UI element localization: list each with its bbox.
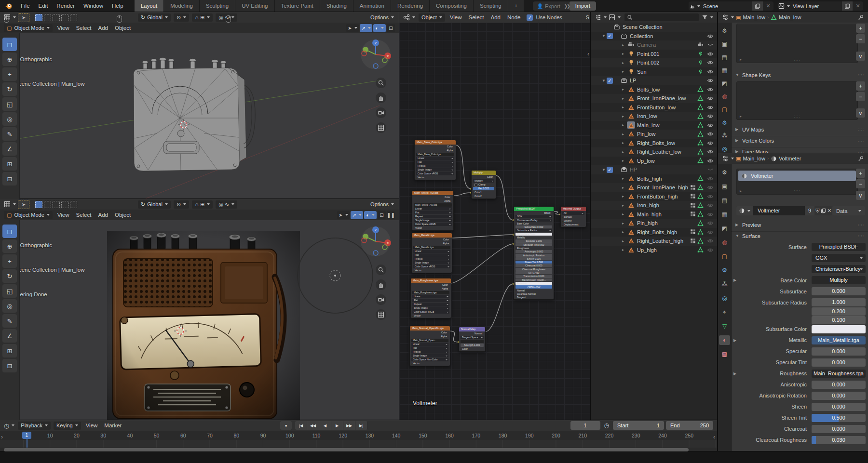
child-arrow-icon[interactable]: ▸ xyxy=(622,248,627,252)
blender-logo[interactable] xyxy=(0,2,16,10)
timeline-ruler[interactable]: 1 ‹ › 1102030405060708090100110120130140… xyxy=(0,431,717,451)
tool-button[interactable]: + xyxy=(2,254,17,268)
shader-node[interactable]: Main_Mixed_AO.tgaColorAlphaMain_Mixed_AO… xyxy=(412,190,454,231)
navigation-gizmo[interactable]: Z X xyxy=(359,38,392,71)
child-arrow-icon[interactable]: ▸ xyxy=(622,52,627,56)
workspace-tab[interactable]: UV Editing xyxy=(235,0,274,12)
select-mode-extend[interactable] xyxy=(44,201,51,208)
playhead-line[interactable] xyxy=(27,439,27,448)
property-field[interactable]: 0.000 xyxy=(812,347,866,356)
child-arrow-icon[interactable]: ▸ xyxy=(622,185,627,190)
node-row[interactable]: Tangent Space xyxy=(461,336,484,339)
snap-dropdown[interactable]: ∩ ⊞ xyxy=(192,200,213,209)
collection-checkbox[interactable]: ✓ xyxy=(607,167,613,173)
node-row[interactable]: Linear xyxy=(412,295,449,298)
tool-button[interactable]: ✎ xyxy=(2,314,17,328)
node-row[interactable]: Repeat xyxy=(412,303,449,306)
node-row[interactable]: Single Image xyxy=(416,168,454,172)
material-property-row[interactable]: ▶ Subsurface Color xyxy=(732,325,868,333)
outliner-row[interactable]: ▼ ✓ ▸ Main_high xyxy=(591,210,717,219)
material-property-row[interactable]: ▶ GGX xyxy=(732,254,868,262)
gizmo-dropdown[interactable]: ➤ xyxy=(346,24,359,32)
collection-checkbox[interactable]: ✓ xyxy=(607,78,613,84)
outliner-search[interactable] xyxy=(624,13,699,21)
shader-node[interactable]: MultiplyColorMultiplyClampFac 0.525Color… xyxy=(471,170,496,199)
outliner-row[interactable]: ▼ ✓ ▸ Point.001 xyxy=(591,50,717,59)
tool-button[interactable]: ◎ xyxy=(2,299,17,313)
properties-tab[interactable]: ▦ xyxy=(719,66,730,75)
shader-node[interactable]: Normal MapNormalTangent SpaceStrength 1.… xyxy=(459,327,486,352)
timeline-scrollbar[interactable] xyxy=(4,448,689,451)
workspace-tab[interactable]: Shading xyxy=(320,0,353,12)
menu-item[interactable]: Window xyxy=(79,0,108,12)
workspace-tab[interactable]: + xyxy=(508,0,524,12)
select-mode-invert[interactable] xyxy=(61,201,68,208)
playback-button[interactable]: ▶▶ xyxy=(343,421,355,430)
workspace-tab[interactable]: Layout xyxy=(135,0,164,12)
use-nodes-checkbox[interactable]: ✓ Use Nodes xyxy=(527,14,562,21)
add-button[interactable]: ＋ xyxy=(856,81,865,91)
properties-tab[interactable]: ▦ xyxy=(719,210,730,219)
properties-tab[interactable]: ◩ xyxy=(719,79,730,88)
child-arrow-icon[interactable]: ▸ xyxy=(622,61,627,65)
shader-node[interactable]: Main_Normal_OpenGL.tgaColorAlphaMain_Nor… xyxy=(409,326,450,366)
node-row[interactable]: Alpha xyxy=(413,242,450,245)
child-arrow-icon[interactable]: ▸ xyxy=(622,69,627,74)
vertex-colors-panel-header[interactable]: ▶Vertex Colors:::: xyxy=(732,136,868,145)
child-arrow-icon[interactable]: ▸ xyxy=(622,114,627,119)
node-row[interactable]: Metallic xyxy=(515,236,552,239)
shader-node[interactable]: Main_Base_Color.tgaColorAlphaMain_Base_C… xyxy=(414,140,456,180)
shader-node[interactable]: Main_Roughness.tgaColorAlphaMain_Roughne… xyxy=(410,278,451,318)
select-mode-invert[interactable] xyxy=(61,14,68,21)
node-row[interactable]: Vector xyxy=(413,269,450,272)
outliner-row[interactable]: ▼ ✓ ▸ LP xyxy=(591,76,717,85)
node-row[interactable]: Repeat xyxy=(414,215,452,218)
editor-type-icon[interactable] xyxy=(591,14,609,21)
node-row[interactable]: Alpha xyxy=(416,149,454,152)
shader-node[interactable]: Material OutputAllSurfaceVolumeDisplacem… xyxy=(560,206,586,227)
node-header[interactable]: Main_Normal_OpenGL.tga xyxy=(410,326,450,331)
node-row[interactable]: Alpha xyxy=(414,199,452,203)
overlays-toggle[interactable]: ↗ xyxy=(360,24,372,32)
viewport-canvas-top[interactable]: User Orthographic (1) Scene Collection |… xyxy=(0,33,399,199)
playback-button[interactable]: ◀◀ xyxy=(307,421,319,430)
node-row[interactable]: Main_Metallic.tga xyxy=(413,246,450,249)
node-row[interactable]: Color2 xyxy=(473,195,494,198)
shading-dropdown[interactable]: ◐ xyxy=(373,24,386,32)
visibility-eye-icon[interactable] xyxy=(706,220,714,226)
unlink-scene-button[interactable]: ✕ xyxy=(763,1,773,11)
properties-tab[interactable]: ▽ xyxy=(719,321,730,331)
grid-ortho-icon[interactable] xyxy=(376,309,386,320)
tool-button[interactable]: ✎ xyxy=(2,127,17,141)
display-mode-icon[interactable] xyxy=(609,14,623,21)
material-property-row[interactable]: ▶ 0.200 xyxy=(732,307,868,316)
node-row[interactable]: Color Space sRGB xyxy=(414,223,452,226)
visibility-eye-icon[interactable] xyxy=(706,229,714,236)
editor-type-icon[interactable]: ◷ xyxy=(0,422,16,429)
property-field[interactable]: Principled BSDF xyxy=(812,243,866,251)
options-button[interactable]: Options xyxy=(370,14,399,20)
tool-button[interactable]: ◱ xyxy=(2,284,17,298)
node-row[interactable]: Transmission Rough... xyxy=(515,278,552,281)
tool-button[interactable]: + xyxy=(2,67,17,81)
properties-tab[interactable]: ◩ xyxy=(719,224,730,233)
node-row[interactable]: Alpha xyxy=(412,287,449,291)
property-field[interactable] xyxy=(812,325,866,333)
node-row[interactable]: Flat xyxy=(414,211,452,214)
tool-button[interactable]: ◻ xyxy=(2,38,17,51)
outliner-row[interactable]: ▼ ✓ ▸ Right_Leather_low xyxy=(591,147,717,157)
remove-slot-button[interactable]: − xyxy=(856,179,865,188)
timeline-view-menu[interactable]: View xyxy=(82,423,101,428)
node-row[interactable]: Clearcoat 0.000 xyxy=(515,264,552,267)
visibility-eye-icon[interactable] xyxy=(706,238,714,244)
material-slot-list[interactable]: Voltmeter ▸:::: xyxy=(736,169,858,195)
workspace-tab[interactable]: Scripting xyxy=(474,0,508,12)
outliner-row[interactable]: ▼ ✓ ▸ Pin_high xyxy=(591,219,717,228)
expand-arrow-icon[interactable]: ▼ xyxy=(601,168,607,172)
proportional-edit-dropdown[interactable]: ◎ ∿ xyxy=(216,200,237,209)
outliner-row[interactable]: ▼ ✓ ▸ Up_high xyxy=(591,246,717,255)
filter-icon[interactable] xyxy=(701,14,717,21)
viewport-menu[interactable]: Select xyxy=(73,25,95,31)
wireframe-model[interactable] xyxy=(123,56,272,186)
node-row[interactable]: Color xyxy=(411,331,448,334)
